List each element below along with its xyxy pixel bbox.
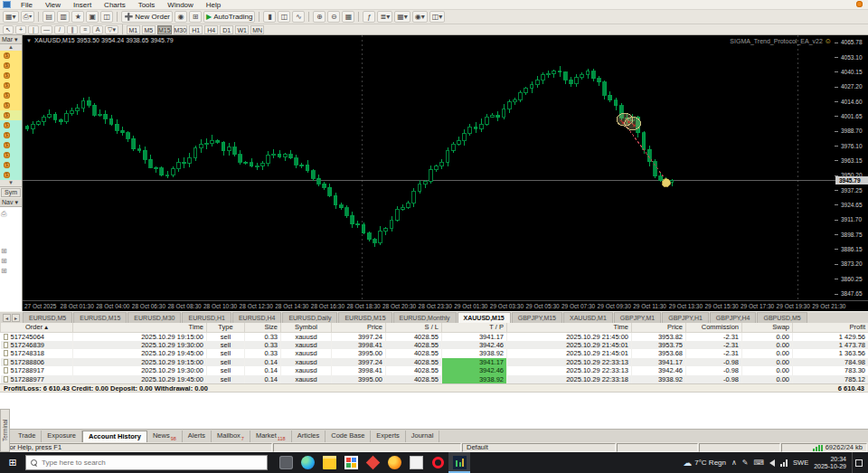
column-header-8[interactable]: Time xyxy=(507,323,632,332)
column-header-11[interactable]: Swap xyxy=(742,323,793,332)
timeframe-m5[interactable]: M5 xyxy=(142,25,156,34)
column-header-1[interactable]: Time xyxy=(73,323,207,332)
toolbar-button-c-9[interactable]: ƒ xyxy=(363,11,375,23)
history-row[interactable]: 5172468392025.10.29 19:30:00sell0.33xauu… xyxy=(1,341,868,350)
market-watch-symbol-row[interactable]: $ xyxy=(0,120,22,130)
column-header-6[interactable]: S / L xyxy=(386,323,442,332)
weather-widget[interactable]: ☁ 7°C Regn xyxy=(683,458,726,468)
navigator-node-0[interactable]: ⎙ xyxy=(1,209,21,219)
menu-charts[interactable]: Charts xyxy=(98,1,132,9)
drawing-tool-5[interactable]: ∥ xyxy=(67,25,78,34)
chart-tab-3[interactable]: EURUSD,H1 xyxy=(182,312,231,323)
navigator-node-1[interactable]: ⊞ xyxy=(1,246,21,256)
menu-window[interactable]: Window xyxy=(161,1,199,9)
new-order-button[interactable]: ➕New Order xyxy=(121,11,173,23)
market-watch-symbol-row[interactable]: $ xyxy=(0,61,22,71)
language-indicator[interactable]: SWE xyxy=(793,459,808,467)
market-watch-symbol-row[interactable]: $ xyxy=(0,160,22,170)
drawing-tool-7[interactable]: A xyxy=(92,25,103,34)
toolbar-button-c-1[interactable]: ▮ xyxy=(263,11,276,23)
network-icon[interactable] xyxy=(780,459,788,467)
drawing-tool-6[interactable]: ≡ xyxy=(80,25,90,34)
market-watch-symbol-row[interactable]: $ xyxy=(0,90,22,100)
chart-tab-8[interactable]: XAUUSD,M15 xyxy=(458,312,511,323)
terminal-tab-alerts[interactable]: Alerts xyxy=(183,430,212,442)
toolbar-button-b-0[interactable]: ◉ xyxy=(175,11,187,23)
market-watch-symbol-list[interactable]: ▲ $$$$$$$$$$$$$ ▼ xyxy=(0,44,22,187)
timeframe-m15[interactable]: M15 xyxy=(157,25,172,34)
toolbar-button-c-12[interactable]: ◉▾ xyxy=(412,11,428,23)
chart-tab-14[interactable]: GBPUSD,M5 xyxy=(757,312,807,323)
toolbar-button-c-7[interactable]: ▦ xyxy=(342,11,354,23)
status-profile[interactable]: Default xyxy=(462,443,616,452)
taskbar-app-file-explorer[interactable] xyxy=(318,452,340,473)
chart-collapse-icon[interactable]: ▼ xyxy=(26,38,32,43)
taskbar-app-grid-app[interactable] xyxy=(340,452,362,473)
market-watch-symbol-row[interactable]: $ xyxy=(0,150,22,160)
drawing-tool-8[interactable]: ▽▾ xyxy=(105,25,118,34)
drawing-tool-0[interactable]: ↖ xyxy=(3,25,14,34)
terminal-tab-journal[interactable]: Journal xyxy=(406,430,440,442)
market-watch-header[interactable]: Mar ▾ xyxy=(0,35,22,44)
chart-tab-10[interactable]: XAUUSD,M1 xyxy=(563,312,613,323)
toolbar-button-7[interactable]: ◫ xyxy=(100,11,113,23)
market-watch-symbol-row[interactable]: $ xyxy=(0,110,22,120)
tab-scroll-left-icon[interactable]: ◂ xyxy=(3,314,11,322)
history-row[interactable]: 5172888062025.10.29 19:15:00sell0.14xauu… xyxy=(1,358,868,367)
terminal-tab-news[interactable]: News98 xyxy=(147,430,183,442)
toolbar-button-5[interactable]: ★ xyxy=(71,11,84,23)
chart-tab-5[interactable]: EURUSD,Daily xyxy=(282,312,337,323)
chart-tab-0[interactable]: EURUSD,M5 xyxy=(23,312,72,323)
notification-icon[interactable] xyxy=(856,1,863,7)
terminal-tab-exposure[interactable]: Exposure xyxy=(42,430,82,442)
column-header-10[interactable]: Commission xyxy=(686,323,742,332)
toolbar-button-c-10[interactable]: ≣▾ xyxy=(377,11,392,23)
scroll-down-icon[interactable]: ▼ xyxy=(0,180,22,186)
time-axis[interactable]: 27 Oct 202528 Oct 01:3028 Oct 04:0028 Oc… xyxy=(23,300,868,311)
tray-expand-icon[interactable]: ∧ xyxy=(731,459,737,467)
chart-tab-4[interactable]: EURUSD,H4 xyxy=(232,312,281,323)
toolbar-button-c-11[interactable]: ▦▾ xyxy=(394,11,410,23)
toolbar-button-c-3[interactable]: ∿ xyxy=(292,11,305,23)
clock[interactable]: 20:34 2025-10-29 xyxy=(814,456,846,470)
chart-tab-2[interactable]: EURUSD,M30 xyxy=(127,312,181,323)
navigator-tree[interactable]: ⎙⊞⊞⊞ xyxy=(0,207,22,311)
market-watch-symbol-row[interactable]: $ xyxy=(0,130,22,140)
timeframe-h4[interactable]: H4 xyxy=(204,25,218,34)
toolbar-button-b-1[interactable]: ⊞ xyxy=(189,11,202,23)
ea-smiley-icon[interactable]: ☺ xyxy=(825,37,832,45)
terminal-tab-account-history[interactable]: Account History xyxy=(82,430,147,442)
account-history-table[interactable]: Order ▴TimeTypeSizeSymbolPriceS / LT / P… xyxy=(0,323,868,383)
taskbar-app-opera-browser[interactable] xyxy=(427,452,448,473)
terminal-tab-articles[interactable]: Articles xyxy=(292,430,326,442)
terminal-tab-experts[interactable]: Experts xyxy=(371,430,405,442)
history-row[interactable]: 5172483182025.10.29 19:45:00sell0.33xauu… xyxy=(1,349,868,358)
toolbar-button-c-6[interactable]: ⊖ xyxy=(327,11,340,23)
history-row[interactable]: 5172889172025.10.29 19:30:00sell0.14xauu… xyxy=(1,366,868,375)
column-header-9[interactable]: Price xyxy=(632,323,686,332)
toolbar-button-c-5[interactable]: ⊕ xyxy=(313,11,326,23)
menu-view[interactable]: View xyxy=(39,1,67,9)
toolbar-button-3[interactable]: ▤ xyxy=(42,11,55,23)
toolbar-button-1[interactable]: ⎙▾ xyxy=(21,11,35,23)
toolbar-button-4[interactable]: ▥ xyxy=(57,11,70,23)
market-watch-symbol-row[interactable]: $ xyxy=(0,51,22,61)
column-header-7[interactable]: T / P xyxy=(442,323,507,332)
taskbar-app-notes-app[interactable] xyxy=(405,452,427,473)
toolbar-button-6[interactable]: ▣ xyxy=(86,11,99,23)
history-row[interactable]: 5172450642025.10.29 19:15:00sell0.33xauu… xyxy=(1,332,868,341)
timeframe-w1[interactable]: W1 xyxy=(235,25,249,34)
chart-tab-13[interactable]: GBPJPY,H4 xyxy=(710,312,757,323)
column-header-3[interactable]: Size xyxy=(245,323,281,332)
scroll-up-icon[interactable]: ▲ xyxy=(0,44,22,51)
menu-tools[interactable]: Tools xyxy=(132,1,162,9)
action-center-icon[interactable] xyxy=(852,452,864,473)
terminal-tab-trade[interactable]: Trade xyxy=(13,430,42,442)
taskbar-app-edge-browser[interactable] xyxy=(297,452,318,473)
taskbar-app-pinned-app[interactable] xyxy=(275,452,297,473)
pen-icon[interactable]: ✎ xyxy=(742,459,749,467)
chart-tab-7[interactable]: EURUSD,Monthly xyxy=(393,312,457,323)
column-header-4[interactable]: Symbol xyxy=(281,323,332,332)
price-chart[interactable]: ↘↘↘4065.784053.104040.154027.204014.6040… xyxy=(23,35,868,300)
navigator-node-2[interactable]: ⊞ xyxy=(1,256,21,266)
